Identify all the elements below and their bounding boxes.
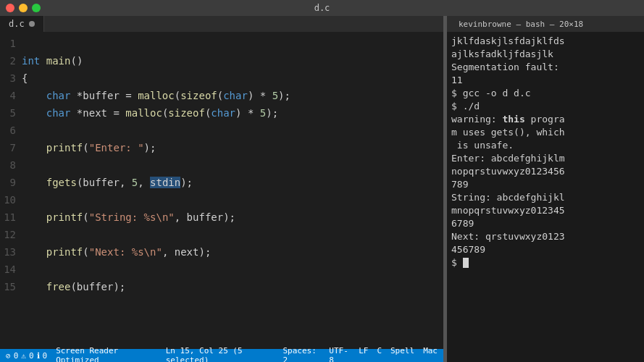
titlebar-controls [6,4,41,12]
code-line-14 [22,261,443,278]
code-line-4: char *buffer = malloc(sizeof(char) * 5); [22,87,443,104]
term-line-12: 789 [451,178,640,191]
spaces-setting[interactable]: Spaces: 2 [283,346,320,362]
term-line-18: $ [451,256,640,269]
term-line-17: 456789 [451,243,640,256]
code-line-2: int main() [22,52,443,70]
term-line-10: Enter: abcdefghijklm [451,152,640,165]
terminal-tabbar: kevinbrowne — bash — 20×18 [447,16,644,32]
close-button[interactable] [6,4,14,12]
info-count: 0 [43,351,48,361]
main-area: d.c 1 2 3 4 5 6 7 8 9 10 11 12 13 14 15 [0,16,644,362]
error-icon: ⊘ [6,351,11,361]
warning-icon: ⚠ [21,351,26,361]
tab-label: d.c [9,19,25,29]
term-line-7: warning: this progra [451,113,640,126]
term-line-1: jklfdaskjlsfdajklfds [451,35,640,48]
cursor-position[interactable]: Ln 15, Col 25 (5 selected) [166,346,275,362]
language-mode[interactable]: C [377,346,382,362]
terminal-content[interactable]: jklfdaskjlsfdajklfds ajlksfadkljfdasjlk … [447,32,644,362]
term-line-13: String: abcdefghijkl [451,191,640,204]
code-line-3: { [22,70,443,87]
statusbar-right: Ln 15, Col 25 (5 selected) Spaces: 2 UTF… [166,346,438,362]
editor-statusbar: ⊘ 0 ⚠ 0 ℹ 0 Screen Reader Optimized Ln 1… [0,349,443,362]
code-line-5: char *next = malloc(sizeof(char) * 5); [22,104,443,122]
code-line-8 [22,156,443,174]
tab-modified-dot [29,21,35,27]
minimize-button[interactable] [19,4,28,12]
warning-count: 0 [29,351,34,361]
info-icon: ℹ [37,351,40,361]
term-line-3: Segmentation fault: [451,61,640,74]
maximize-button[interactable] [32,4,41,12]
code-line-9: fgets(buffer, 5, stdin); [22,174,443,191]
code-line-11: printf("String: %s\n", buffer); [22,209,443,226]
term-line-14: mnopqrstuvwxyz012345 [451,204,640,217]
line-ending[interactable]: LF [359,346,368,362]
term-line-4: 11 [451,74,640,87]
editor-tabbar: d.c [0,16,443,32]
term-line-2: ajlksfadkljfdasjlk [451,48,640,61]
code-line-13: printf("Next: %s\n", next); [22,243,443,261]
editor-content[interactable]: 1 2 3 4 5 6 7 8 9 10 11 12 13 14 15 in [0,32,443,349]
editor-tab-dc[interactable]: d.c [0,16,44,32]
spell-check[interactable]: Spell [390,346,414,362]
term-line-16: Next: qrstuvwxyz0123 [451,230,640,243]
code-line-15: free(buffer); [22,278,443,295]
term-line-11: nopqrstuvwxyz0123456 [451,165,640,178]
term-line-9: is unsafe. [451,139,640,152]
term-line-6: $ ./d [451,100,640,113]
terminal-cursor [463,258,469,268]
titlebar: d.c [0,0,644,16]
error-count: 0 [14,351,19,361]
code-area[interactable]: int main() { char *buffer = malloc(sizeo… [22,35,443,346]
code-line-7: printf("Enter: "); [22,139,443,156]
term-line-15: 6789 [451,217,640,230]
terminal-pane: kevinbrowne — bash — 20×18 jklfdaskjlsfd… [447,16,644,362]
terminal-tab-label: kevinbrowne — bash — 20×18 [453,20,589,29]
statusbar-left: ⊘ 0 ⚠ 0 ℹ 0 [6,351,47,361]
encoding[interactable]: UTF-8 [329,346,350,362]
screen-reader-label: Screen Reader Optimized [56,346,157,362]
code-line-10 [22,191,443,209]
code-line-1 [22,35,443,52]
line-numbers: 1 2 3 4 5 6 7 8 9 10 11 12 13 14 15 [0,35,22,346]
window-title: d.c [314,3,330,13]
term-line-8: m uses gets(), which [451,126,640,139]
term-line-5: $ gcc -o d d.c [451,87,640,100]
os-label: Mac [423,346,438,362]
code-line-6 [22,122,443,139]
code-line-12 [22,226,443,243]
editor-pane: d.c 1 2 3 4 5 6 7 8 9 10 11 12 13 14 15 [0,16,443,362]
